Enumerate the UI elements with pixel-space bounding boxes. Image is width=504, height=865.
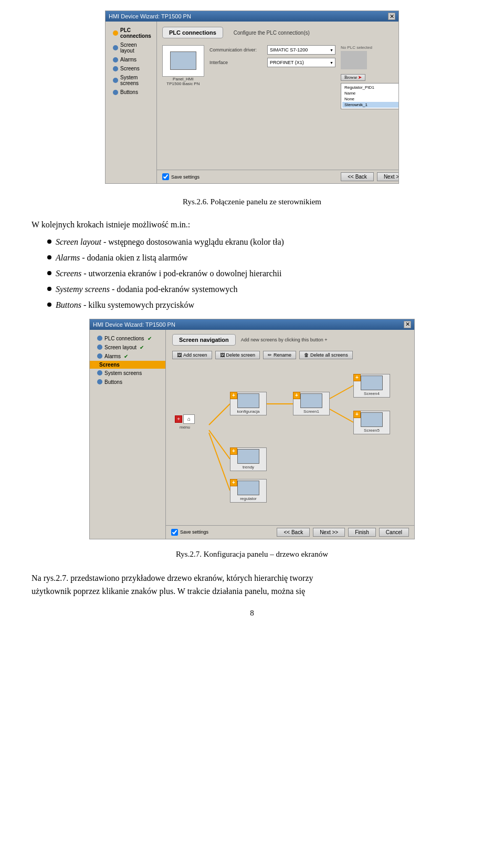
- nav-screens-1[interactable]: Screens: [106, 64, 156, 73]
- regulator-node[interactable]: + regulator: [230, 479, 267, 503]
- list-item-name[interactable]: Name: [342, 90, 399, 96]
- nav-alarms-1[interactable]: Alarms: [106, 55, 156, 64]
- bullet-screen-layout: Screen layout - wstępnego dostosowania w…: [47, 236, 472, 248]
- wizard-bottom-bar-1: ✔ ✕: [106, 183, 398, 184]
- nav-label-al-1: Alarms: [120, 57, 136, 62]
- nav-screen-layout-2[interactable]: Screen layout ✔: [90, 343, 165, 352]
- konfiguracja-node[interactable]: + konfiguracja: [230, 392, 267, 415]
- interface-select[interactable]: PROFINET (X1): [267, 58, 335, 67]
- nav-buttons-2[interactable]: Buttons: [90, 378, 165, 387]
- delete-screen-btn[interactable]: 🖼 Delete screen: [215, 351, 260, 359]
- nav-label-al-2: Alarms: [104, 353, 121, 359]
- device-label2: TP1500 Basic PN: [166, 81, 200, 86]
- screen1-node[interactable]: + Screen1: [293, 392, 330, 415]
- nav-dot-al-2: [97, 353, 102, 359]
- bottom-line1: Na rys.2.7. przedstawiono przykładowe dr…: [32, 574, 313, 582]
- nav-buttons-1[interactable]: Buttons: [106, 88, 156, 97]
- nav-dot-plc-2: [97, 336, 102, 341]
- menu-home-icon: ⌂: [183, 414, 195, 424]
- wizard-titlebar-1: HMI Device Wizard: TP1500 PN ✕: [106, 11, 398, 22]
- save-settings-checkbox[interactable]: [162, 173, 169, 180]
- list-item-regulator[interactable]: Regulator_PID1: [342, 85, 399, 90]
- feature-list: Screen layout - wstępnego dostosowania w…: [47, 236, 472, 311]
- nav-label-plc-2: PLC connections: [104, 336, 144, 341]
- menu-node: + ⌂ menu: [175, 414, 195, 430]
- svg-line-1: [209, 430, 230, 459]
- bullet-dot-3: [47, 271, 51, 275]
- wizard-body-1: PLC connections Screen layout Alarms Scr…: [106, 22, 398, 183]
- figure-2-caption: Rys.2.7. Konfiguracja panelu – drzewo ek…: [176, 550, 328, 559]
- nav-screens-2[interactable]: Screens: [90, 361, 165, 369]
- comm-driver-row: Communication driver: SIMATIC S7-1200: [209, 45, 335, 55]
- rename-btn[interactable]: ✏ Rename: [263, 351, 296, 359]
- menu-label: menu: [180, 425, 190, 430]
- finish-button-2[interactable]: Finish: [348, 528, 376, 537]
- nav-label-ss-1: System screens: [120, 75, 151, 86]
- add-screen-btn[interactable]: 🖼 Add screen: [172, 351, 212, 359]
- trendy-node[interactable]: + trendy: [230, 447, 267, 471]
- wizard-title-2: HMI Device Wizard: TP1500 PN: [93, 321, 175, 328]
- back-button-2[interactable]: << Back: [277, 528, 310, 537]
- screen1-label: Screen1: [303, 409, 319, 414]
- comm-driver-select[interactable]: SIMATIC S7-1200: [267, 45, 335, 55]
- wizard-titlebar-2: HMI Device Wizard: TP1500 PN ✕: [90, 319, 414, 330]
- browse-button[interactable]: Browse ➤: [341, 74, 365, 81]
- save-settings-checkbox-2[interactable]: [171, 529, 178, 536]
- cancel-button-2[interactable]: Cancel: [379, 528, 409, 537]
- bullet-text-3: Screens - utworzenia ekranów i pod-ekran…: [56, 267, 281, 280]
- nav-plc-connections-1[interactable]: PLC connections: [106, 26, 156, 40]
- check-sl-2: ✔: [140, 345, 144, 350]
- nav-dot-al-1: [113, 57, 118, 62]
- screen1-screen-icon: [300, 393, 322, 408]
- screen4-node[interactable]: + Screen4: [353, 374, 390, 398]
- wizard-left-nav-1: PLC connections Screen layout Alarms Scr…: [106, 22, 157, 183]
- nav-system-screens-1[interactable]: System screens: [106, 73, 156, 88]
- intro-heading: W kolejnych krokach istnieje możliwość m…: [32, 218, 472, 232]
- nav-plc-connections-2[interactable]: PLC connections ✔: [90, 334, 165, 343]
- list-item-none[interactable]: None: [342, 96, 399, 102]
- no-plc-label: No PLC selected: [341, 45, 399, 50]
- next-button-1[interactable]: Next >>: [377, 172, 399, 181]
- trendy-label: trendy: [243, 465, 254, 470]
- figure-2-screenshot: HMI Device Wizard: TP1500 PN ✕ PLC conne…: [89, 319, 415, 539]
- list-item-sterownik[interactable]: Sterownik_1: [342, 102, 399, 108]
- nav-screen-layout-1[interactable]: Screen layout: [106, 40, 156, 55]
- nav-label-sl-2: Screen layout: [104, 345, 136, 350]
- nav-dot-sc-1: [113, 66, 118, 71]
- regulator-screen-icon: [237, 481, 259, 495]
- close-button-1[interactable]: ✕: [388, 13, 395, 20]
- wizard-subheader-1: Configure the PLC connection(s): [234, 30, 310, 36]
- nav-system-screens-2[interactable]: System screens: [90, 369, 165, 378]
- page-number: 8: [32, 609, 472, 618]
- nav-dot-bt-2: [97, 379, 102, 384]
- screen5-label: Screen5: [364, 428, 380, 433]
- bullet-text-1: Screen layout - wstępnego dostosowania w…: [56, 236, 284, 248]
- screen5-node[interactable]: + Screen5: [353, 411, 390, 434]
- bullet-system-screens: Systemy screens - dodania pod-ekranów sy…: [47, 283, 472, 296]
- trendy-screen-icon: [237, 449, 259, 464]
- device-box: [162, 45, 204, 77]
- delete-all-btn[interactable]: 🗑 Delete all screens: [299, 351, 353, 359]
- close-button-2[interactable]: ✕: [404, 321, 411, 328]
- screen-nav-subheader: Add new screens by clicking this button …: [241, 337, 328, 342]
- bottom-line2: użytkownik poprzez klikanie znaków plus.…: [32, 587, 305, 596]
- nav-alarms-2[interactable]: Alarms ✔: [90, 352, 165, 361]
- screen-tree: + ⌂ menu + konfiguracja +: [172, 364, 408, 512]
- bullet-alarms: Alarms - dodania okien z listą alarmów: [47, 252, 472, 264]
- menu-plus-icon: +: [175, 415, 182, 423]
- screen-nav-content: Screen navigation Add new screens by cli…: [166, 330, 414, 539]
- plc-placeholder: [341, 51, 367, 69]
- regulator-plus-icon: +: [230, 479, 237, 486]
- back-button-1[interactable]: << Back: [341, 172, 374, 181]
- save-settings-row-2: Save settings: [171, 529, 208, 536]
- bullet-text-4: Systemy screens - dodania pod-ekranów sy…: [56, 283, 237, 296]
- nav-dot-sc-2: [92, 362, 97, 367]
- wizard-header-bubble-1: PLC connections: [162, 27, 223, 38]
- nav-label-bt-1: Buttons: [120, 89, 138, 95]
- screen5-plus-icon: +: [353, 411, 361, 418]
- footer-buttons-2: << Back Next >> Finish Cancel: [277, 528, 409, 537]
- next-button-2[interactable]: Next >>: [313, 528, 345, 537]
- plc-list: Regulator_PID1 Name None Sterownik_1: [341, 83, 399, 109]
- nav-label-plc-1: PLC connections: [120, 27, 151, 39]
- svg-line-4: [330, 385, 353, 399]
